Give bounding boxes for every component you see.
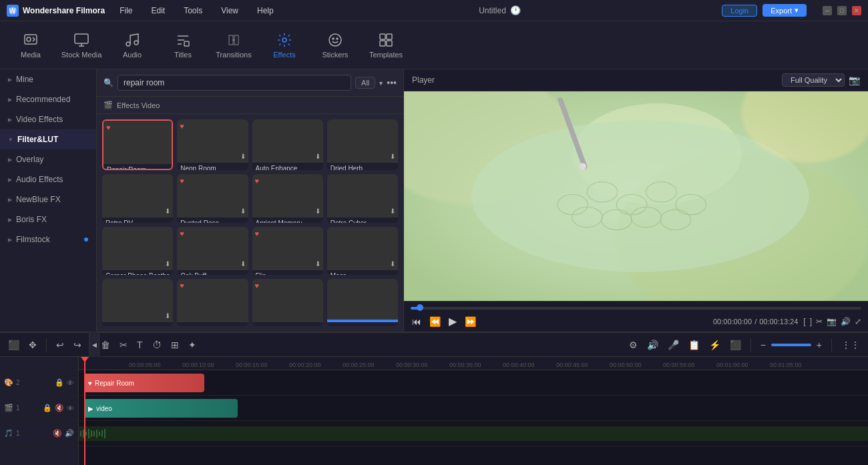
mark-out-button[interactable]: ]	[810, 317, 812, 326]
menu-help[interactable]: Help	[253, 5, 278, 17]
sidebar-item-video-effects[interactable]: ▶ Video Effects	[0, 109, 96, 129]
more-options-button[interactable]: •••	[387, 77, 397, 88]
timeline-undo[interactable]: ↩	[53, 338, 67, 352]
effect-label-row4d	[327, 322, 398, 326]
effect-auto-enhance[interactable]: ⬇ Auto Enhance	[252, 119, 323, 170]
export-button[interactable]: Export ▾	[763, 4, 807, 17]
sidebar-item-newblue-fx[interactable]: ▶ NewBlue FX	[0, 189, 96, 209]
sidebar-item-audio-effects[interactable]: ▶ Audio Effects	[0, 169, 96, 189]
timeline-text[interactable]: T	[134, 338, 146, 352]
track-lock-button[interactable]: 🔒	[55, 378, 64, 387]
effect-thumb-dried-herb: ⬇	[327, 119, 398, 163]
menu-view[interactable]: View	[217, 5, 242, 17]
menu-tools[interactable]: Tools	[180, 5, 206, 17]
toolbar-stock-media[interactable]: Stock Media	[57, 25, 105, 65]
effect-flip[interactable]: ♥ ⬇ Flip	[252, 227, 323, 275]
timeline-playhead[interactable]	[84, 357, 85, 465]
login-button[interactable]: Login	[722, 5, 757, 17]
toolbar-effects[interactable]: Effects	[260, 25, 308, 65]
track-visibility-button[interactable]: 👁	[67, 404, 74, 412]
timeline-insert[interactable]: ⬛	[727, 338, 744, 352]
track-mute-audio-button[interactable]: 🔇	[53, 429, 62, 438]
repair-room-clip[interactable]: ♥ Repair Room	[84, 374, 204, 392]
step-back-button[interactable]: ⏪	[428, 315, 442, 328]
sidebar-item-mine[interactable]: ▶ Mine	[0, 69, 96, 89]
track-volume-audio-button[interactable]: 🔊	[65, 429, 74, 438]
effect-retro-cyber[interactable]: ⬇ Retro Cyber	[327, 174, 398, 222]
effect-oak-buff[interactable]: ♥ ⬇ Oak Buff	[177, 227, 248, 275]
zoom-out-button[interactable]: −	[758, 338, 769, 352]
snapshot-icon[interactable]: 📷	[849, 75, 860, 85]
sidebar-item-boris-fx[interactable]: ▶ Boris FX	[0, 209, 96, 229]
preview-controls: ⏮ ⏪ ▶ ⏩ 00:00:00:00 / 00:00:13:24 [ ] ✂ …	[404, 301, 868, 332]
close-button[interactable]: ✕	[852, 6, 861, 15]
effect-dried-herb[interactable]: ⬇ Dried Herb	[327, 119, 398, 170]
video-clip[interactable]: ▶ video	[84, 399, 238, 418]
track-mute-button[interactable]: 🔇	[55, 404, 64, 412]
timeline-grid[interactable]: ⋮⋮	[839, 338, 863, 352]
sidebar-item-overlay[interactable]: ▶ Overlay	[0, 149, 96, 169]
effect-retro-dv[interactable]: ⬇ Retro DV	[102, 174, 173, 222]
effect-row4a[interactable]: ⬇	[102, 279, 173, 326]
step-forward-button[interactable]: ⏩	[463, 315, 477, 328]
play-button[interactable]: ▶	[447, 314, 458, 329]
effect-row4b[interactable]: ♥	[177, 279, 248, 326]
quality-select[interactable]: Full Quality 1/2 Quality 1/4 Quality	[782, 73, 845, 87]
split-button[interactable]: ✂	[816, 317, 823, 326]
menu-file[interactable]: File	[116, 5, 136, 17]
toolbar-titles[interactable]: Titles	[159, 25, 207, 65]
maximize-button[interactable]: □	[837, 6, 847, 15]
main-area: ▶ Mine ▶ Recommended ▶ Video Effects ▼ F…	[0, 69, 868, 332]
search-input[interactable]	[118, 75, 351, 91]
effect-moss[interactable]: ⬇ Moss	[327, 227, 398, 275]
preview-progress-track[interactable]	[411, 307, 861, 310]
timeline-crop[interactable]: ⊞	[168, 338, 182, 352]
effect-apricot-memory[interactable]: ♥ ⬇ Apricot Memory	[252, 174, 323, 222]
timeline-delete[interactable]: 🗑	[98, 338, 113, 352]
timeline-tool-select[interactable]: ⬛	[5, 338, 22, 352]
sidebar-item-filmstock[interactable]: ▶ Filmstock	[0, 229, 96, 250]
timeline-overlay[interactable]: 📋	[686, 338, 702, 352]
svg-point-11	[337, 38, 338, 39]
timeline-cut[interactable]: ✂	[117, 338, 130, 352]
timeline-mic[interactable]: 🎤	[665, 338, 682, 352]
timeline-effect[interactable]: ✦	[186, 338, 199, 352]
timeline-clip-audio[interactable]: 🔊	[644, 338, 661, 352]
menu-edit[interactable]: Edit	[147, 5, 169, 17]
timeline-duration[interactable]: ⏱	[150, 338, 164, 352]
timeline-split[interactable]: ⚡	[706, 338, 723, 352]
sidebar-item-recommended[interactable]: ▶ Recommended	[0, 89, 96, 109]
favorite-icon: ♥	[180, 229, 184, 238]
mark-in-button[interactable]: [	[803, 317, 805, 326]
effect-dusted-rose[interactable]: ♥ ⬇ Dusted Rose	[177, 174, 248, 222]
fullscreen-button[interactable]: ⤢	[855, 317, 861, 326]
preview-progress-thumb[interactable]	[417, 304, 423, 311]
volume-button[interactable]: 🔊	[841, 317, 851, 326]
filter-all-button[interactable]: All	[355, 77, 375, 89]
toolbar-transitions[interactable]: Transitions	[210, 25, 258, 65]
effect-neon-room[interactable]: ♥ ⬇ Neon Room	[177, 119, 248, 170]
effect-row4c[interactable]: ♥	[252, 279, 323, 326]
effect-repair-room[interactable]: ♥ Repair Room	[102, 119, 173, 170]
timeline-settings[interactable]: ⚙	[626, 338, 640, 352]
timeline-redo[interactable]: ↪	[71, 338, 84, 352]
zoom-slider[interactable]	[771, 344, 811, 346]
toolbar-audio[interactable]: Audio	[108, 25, 156, 65]
sidebar-item-filter-lut[interactable]: ▼ Filter&LUT	[0, 129, 96, 149]
effect-corner-phone-booths[interactable]: ⬇ Corner Phone Booths	[102, 227, 173, 275]
favorite-icon: ♥	[255, 229, 260, 238]
effect-row4d[interactable]	[327, 279, 398, 326]
snapshot-preview-button[interactable]: 📷	[827, 317, 837, 326]
toolbar-templates[interactable]: Templates	[362, 25, 410, 65]
timeline: ⬛ ✥ ↩ ↪ 🗑 ✂ T ⏱ ⊞ ✦ ⚙ 🔊 🎤 📋 ⚡ ⬛ − + ⋮⋮	[0, 332, 868, 465]
timeline-tool-hand[interactable]: ✥	[26, 338, 39, 352]
skip-back-button[interactable]: ⏮	[411, 315, 423, 328]
toolbar-stickers[interactable]: Stickers	[311, 25, 359, 65]
effect-label-retro-cyber: Retro Cyber	[327, 217, 398, 222]
minimize-button[interactable]: ─	[823, 6, 832, 15]
zoom-in-button[interactable]: +	[814, 338, 825, 352]
track-lock-button[interactable]: 🔒	[43, 404, 52, 412]
toolbar-media[interactable]: Media	[7, 25, 55, 65]
track-visibility-button[interactable]: 👁	[67, 378, 74, 387]
timeline-content: 🎨 2 🔒 👁 🎬 1 🔒 🔇 👁 🎵 1	[0, 357, 868, 465]
